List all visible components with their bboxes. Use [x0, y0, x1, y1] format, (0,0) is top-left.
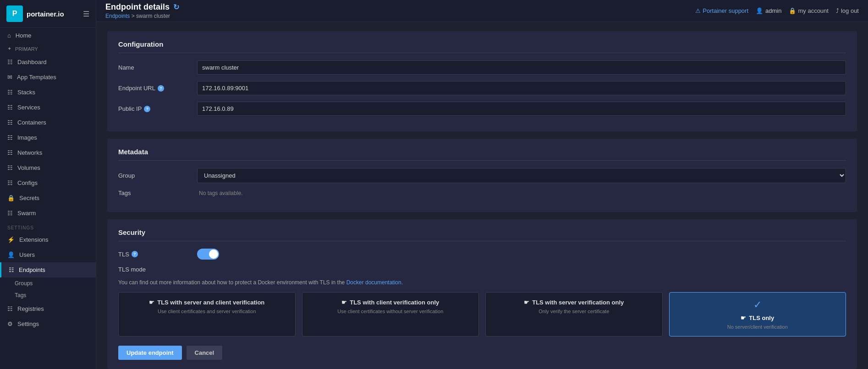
public-ip-help-icon[interactable]: ? [144, 106, 150, 112]
refresh-icon[interactable]: ↻ [173, 3, 179, 11]
breadcrumb: Endpoints > swarm cluster [105, 13, 179, 19]
tags-label: Tags [118, 190, 192, 196]
breadcrumb-endpoints-link[interactable]: Endpoints [105, 13, 130, 19]
tls-mode-row: TLS mode [118, 266, 846, 273]
logo-icon: P [6, 5, 23, 22]
endpoint-url-label: Endpoint URL ? [118, 85, 192, 92]
configuration-panel: Configuration Name Endpoint URL ? Public… [107, 31, 857, 131]
endpoint-url-help-icon[interactable]: ? [158, 85, 164, 92]
endpoint-url-input[interactable] [197, 81, 846, 95]
home-icon: ⌂ [7, 32, 11, 39]
tls-card-1[interactable]: ☛ TLS with server and client verificatio… [118, 292, 296, 336]
name-input[interactable] [197, 60, 846, 75]
log-out-link[interactable]: ⤴ log out [836, 7, 859, 14]
sidebar-images-label: Images [17, 134, 37, 141]
portainer-support-link[interactable]: ⚠ Portainer support [695, 7, 748, 14]
sidebar-services-label: Services [17, 104, 40, 111]
configuration-title: Configuration [118, 40, 846, 53]
update-endpoint-button[interactable]: Update endpoint [118, 346, 182, 360]
tags-empty-text: No tags available. [197, 190, 242, 196]
action-buttons: Update endpoint Cancel [118, 346, 846, 360]
secrets-icon: 🔒 [7, 195, 15, 201]
tls-card-4[interactable]: ✓ ☛ TLS only No server/client verificati… [669, 292, 846, 336]
dashboard-icon: ☷ [7, 59, 13, 65]
sidebar-item-volumes[interactable]: ☷ Volumes [0, 160, 96, 175]
sidebar-sub-item-tags[interactable]: Tags [0, 289, 96, 301]
sidebar-settings-label: Settings [17, 320, 39, 327]
my-account-link[interactable]: 🔒 my account [789, 7, 828, 14]
tls-help-icon[interactable]: ? [132, 251, 138, 257]
public-ip-input[interactable] [197, 102, 846, 116]
sidebar-item-configs[interactable]: ☷ Configs [0, 175, 96, 190]
swarm-icon: ✦ [7, 46, 11, 52]
sidebar-swarm-label: Swarm [17, 210, 36, 217]
sidebar-home-label: Home [16, 32, 32, 39]
topbar-right: ⚠ Portainer support 👤 admin 🔒 my account… [695, 7, 859, 14]
images-icon: ☷ [7, 134, 13, 141]
sidebar-item-app-templates[interactable]: ✉ App Templates [0, 70, 96, 85]
sidebar-item-users[interactable]: 👤 Users [0, 247, 96, 262]
sidebar-secrets-label: Secrets [19, 195, 39, 201]
users-icon: 👤 [7, 251, 15, 258]
metadata-panel: Metadata Group Unassigned Tags No tags a… [107, 139, 857, 212]
logo-area: P portainer.io ☰ [0, 0, 96, 28]
shield-icon-3: ☛ [524, 299, 529, 306]
sidebar-toggle-icon[interactable]: ☰ [83, 10, 89, 18]
tls-card-3-desc: Only verify the server certificate [538, 309, 609, 314]
tls-mode-label: TLS mode [118, 266, 192, 273]
sidebar-item-extensions[interactable]: ⚡ Extensions [0, 232, 96, 247]
public-ip-row: Public IP ? [118, 102, 846, 116]
sidebar-item-stacks[interactable]: ☷ Stacks [0, 85, 96, 100]
sidebar-containers-label: Containers [17, 119, 46, 126]
public-ip-label: Public IP ? [118, 105, 192, 112]
sidebar-item-secrets[interactable]: 🔒 Secrets [0, 190, 96, 206]
sidebar-item-swarm[interactable]: ☷ Swarm [0, 206, 96, 221]
admin-user-area: 👤 admin [756, 7, 781, 14]
group-label: Group [118, 172, 192, 179]
shield-icon-2: ☛ [341, 299, 347, 306]
sidebar-networks-label: Networks [17, 149, 42, 156]
sidebar-item-registries[interactable]: ☷ Registries [0, 301, 96, 316]
support-icon: ⚠ [695, 7, 701, 14]
endpoint-url-row: Endpoint URL ? [118, 81, 846, 95]
tls-card-4-title: ☛ TLS only [741, 315, 774, 321]
sidebar-sub-item-groups[interactable]: Groups [0, 277, 96, 289]
tls-card-4-desc: No server/client verification [727, 324, 788, 330]
tls-info-text: You can find out more information about … [118, 279, 846, 286]
user-icon: 👤 [756, 7, 763, 14]
tls-card-3[interactable]: ☛ TLS with server verification only Only… [485, 292, 663, 336]
toggle-track[interactable] [197, 249, 219, 260]
sidebar-item-networks[interactable]: ☷ Networks [0, 145, 96, 160]
sidebar-endpoints-label: Endpoints [19, 266, 45, 273]
sidebar-item-settings[interactable]: ⚙ Settings [0, 316, 96, 331]
sidebar-item-home[interactable]: ⌂ Home [0, 28, 96, 43]
cancel-button[interactable]: Cancel [187, 346, 223, 360]
tls-card-3-title: ☛ TLS with server verification only [524, 299, 624, 306]
extensions-icon: ⚡ [7, 236, 15, 243]
logo-text: portainer.io [27, 10, 83, 18]
sidebar-item-services[interactable]: ☷ Services [0, 100, 96, 115]
account-icon: 🔒 [789, 7, 796, 14]
docker-documentation-link[interactable]: Docker documentation [346, 279, 401, 286]
swarm-nav-icon: ☷ [7, 210, 13, 217]
tls-card-2[interactable]: ☛ TLS with client verification only Use … [302, 292, 479, 336]
sidebar-item-containers[interactable]: ☷ Containers [0, 115, 96, 130]
group-select[interactable]: Unassigned [197, 168, 846, 183]
tls-card-1-desc: Use client certificates and server verif… [158, 309, 256, 314]
name-row: Name [118, 60, 846, 75]
sidebar-app-templates-label: App Templates [17, 74, 56, 81]
group-row: Group Unassigned [118, 168, 846, 183]
sidebar-item-images[interactable]: ☷ Images [0, 130, 96, 145]
tls-toggle[interactable] [197, 249, 219, 260]
sidebar-item-endpoints[interactable]: ☷ Endpoints [0, 262, 96, 277]
sidebar-item-dashboard[interactable]: ☷ Dashboard [0, 54, 96, 70]
stacks-icon: ☷ [7, 89, 13, 96]
configs-icon: ☷ [7, 179, 13, 186]
breadcrumb-current: swarm cluster [136, 13, 170, 19]
tls-card-1-title: ☛ TLS with server and client verificatio… [149, 299, 264, 306]
page-title-text: Endpoint details [105, 2, 170, 12]
settings-section-label: SETTINGS [0, 221, 96, 232]
tls-cards-container: ☛ TLS with server and client verificatio… [118, 292, 846, 336]
tls-row: TLS ? [118, 249, 846, 260]
metadata-title: Metadata [118, 148, 846, 161]
